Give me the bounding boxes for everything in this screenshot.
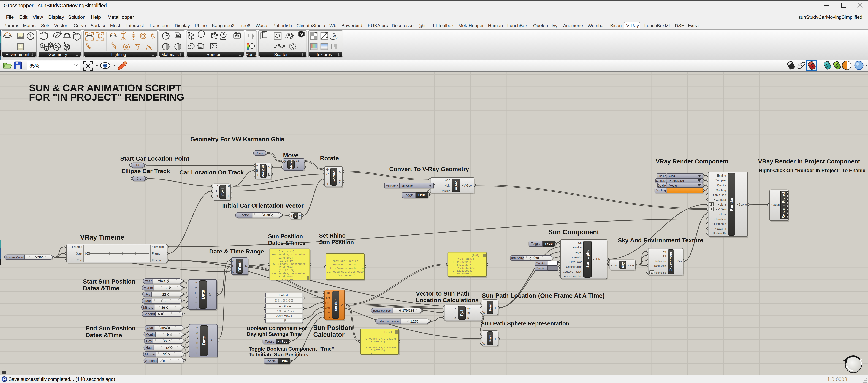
svg-text:Minute: Minute bbox=[143, 305, 153, 309]
svg-text:0: 0 bbox=[453, 261, 455, 264]
svg-text:≻: ≻ bbox=[294, 214, 297, 218]
svg-text:To Initiate Sun Positions: To Initiate Sun Positions bbox=[249, 352, 308, 357]
svg-text:Right-Click On "Render In Proj: Right-Click On "Render In Project" To En… bbox=[759, 168, 865, 173]
svg-text:radius sun path: radius sun path bbox=[373, 309, 392, 312]
svg-text:6: 6 bbox=[163, 299, 165, 303]
svg-text:Y: Y bbox=[195, 281, 197, 285]
svg-text:G: G bbox=[283, 159, 286, 163]
svg-text:Ground Color: Ground Color bbox=[566, 265, 582, 268]
svg-text:N: N bbox=[216, 195, 218, 198]
svg-text:Solution: Solution bbox=[68, 14, 86, 20]
svg-text:http://www.neoarchaic.n: http://www.neoarchaic.n bbox=[327, 267, 364, 270]
svg-text:Output Res: Output Res bbox=[712, 194, 726, 197]
svg-text:Wombat: Wombat bbox=[588, 23, 605, 28]
svg-text:Display: Display bbox=[48, 14, 64, 20]
svg-text:Environment: Environment bbox=[669, 252, 673, 271]
svg-text:2024: 2024 bbox=[160, 326, 167, 330]
svg-text:Filter Color: Filter Color bbox=[569, 261, 582, 263]
svg-text:Environment: Environment bbox=[5, 52, 29, 57]
svg-text:(0;0): (0;0) bbox=[471, 254, 479, 257]
svg-text:Toggle: Toggle bbox=[404, 193, 413, 197]
svg-text:• Light: • Light bbox=[593, 258, 600, 261]
svg-text:85%: 85% bbox=[29, 63, 39, 68]
svg-text:G: G bbox=[296, 159, 299, 163]
svg-text:TTToolbox: TTToolbox bbox=[432, 23, 454, 28]
svg-text:Vector to Sun Path: Vector to Sun Path bbox=[416, 290, 469, 297]
svg-text:• Camera: • Camera bbox=[714, 198, 726, 201]
svg-text:Caustics Radius: Caustics Radius bbox=[563, 270, 582, 273]
svg-text:True: True bbox=[418, 193, 426, 197]
svg-text:Caustics Subdivs: Caustics Subdivs bbox=[562, 275, 582, 278]
svg-text:Crv: Crv bbox=[136, 177, 141, 180]
svg-text:Engine: Engine bbox=[717, 174, 726, 177]
svg-text:i: i bbox=[485, 337, 485, 341]
svg-text:Bg: Bg bbox=[663, 250, 666, 253]
svg-text:Vector: Vector bbox=[54, 23, 67, 28]
svg-text:18: 18 bbox=[166, 346, 169, 350]
svg-text:T: T bbox=[284, 166, 286, 169]
svg-text:/offWhite: /offWhite bbox=[402, 184, 413, 187]
svg-text:A: A bbox=[329, 316, 330, 319]
svg-text:V-Ray: V-Ray bbox=[626, 23, 639, 28]
svg-text:Transform: Transform bbox=[149, 23, 170, 28]
svg-text:Set Sun: Set Sun bbox=[334, 299, 338, 311]
svg-text:Eval: Eval bbox=[221, 188, 225, 196]
svg-text:179.984: 179.984 bbox=[402, 309, 414, 313]
svg-text:r1: r1 bbox=[454, 312, 456, 315]
svg-text:Move: Move bbox=[283, 152, 299, 159]
svg-text:Intersect: Intersect bbox=[126, 23, 144, 28]
svg-text:360: 360 bbox=[38, 256, 43, 259]
svg-text:Scatter: Scatter bbox=[274, 52, 288, 57]
svg-text:Start Sun Position: Start Sun Position bbox=[83, 278, 135, 285]
svg-text:0: 0 bbox=[163, 359, 165, 363]
svg-text:(-: (- bbox=[369, 352, 372, 355]
svg-text:G: G bbox=[326, 168, 329, 171]
svg-text:End Sun Position: End Sun Position bbox=[86, 325, 135, 332]
svg-text:Day: Day bbox=[144, 292, 150, 296]
svg-text:i: i bbox=[495, 337, 496, 341]
svg-text:-5: -5 bbox=[281, 319, 287, 323]
svg-text:End: End bbox=[77, 259, 82, 262]
svg-text:(178.68535...: (178.68535... bbox=[457, 275, 477, 278]
svg-text:0: 0 bbox=[161, 313, 163, 316]
svg-text:1: 1 bbox=[366, 346, 367, 349]
svg-text:22nd 2024: 22nd 2024 bbox=[278, 257, 293, 260]
svg-text:• V Geo: • V Geo bbox=[462, 184, 472, 187]
svg-text:v: v bbox=[455, 306, 456, 310]
svg-text:Date & Time Range: Date & Time Range bbox=[209, 248, 264, 255]
svg-text:Docofossor: Docofossor bbox=[392, 23, 415, 28]
svg-text:"Set Sun" script: "Set Sun" script bbox=[333, 260, 358, 263]
svg-text:358: 358 bbox=[272, 263, 276, 266]
svg-text:m: m bbox=[195, 346, 198, 350]
svg-text:30: 30 bbox=[161, 306, 165, 310]
svg-text:Medium: Medium bbox=[669, 184, 679, 187]
svg-text:r2: r2 bbox=[454, 316, 456, 319]
svg-text:Intensity: Intensity bbox=[572, 256, 582, 259]
svg-text:Calculator: Calculator bbox=[313, 331, 344, 338]
svg-text:L: L bbox=[484, 333, 485, 336]
svg-text:Dates &Times: Dates &Times bbox=[268, 240, 306, 246]
svg-text:22: 22 bbox=[162, 293, 166, 296]
svg-text:True: True bbox=[545, 242, 553, 246]
svg-text:X: X bbox=[339, 180, 341, 183]
svg-text:Month: Month bbox=[146, 332, 155, 336]
svg-text:• Swarm: • Swarm bbox=[715, 227, 726, 230]
svg-text:Fraction: Fraction bbox=[152, 259, 162, 262]
svg-text:Geo: Geo bbox=[257, 151, 262, 155]
svg-text:Location Calculations: Location Calculations bbox=[416, 297, 478, 303]
svg-text:V: V bbox=[299, 214, 301, 217]
svg-text:Sky: Sky bbox=[621, 262, 624, 268]
svg-text:W: W bbox=[483, 342, 485, 345]
svg-text:Quality: Quality bbox=[658, 184, 666, 187]
svg-text:VRay Render In Project Compone: VRay Render In Project Component bbox=[758, 158, 860, 165]
svg-text:22nd 2024: 22nd 2024 bbox=[278, 275, 293, 278]
svg-text:Render in Project: Render in Project bbox=[782, 192, 785, 218]
svg-text:L: L bbox=[484, 302, 485, 305]
svg-text:C: C bbox=[326, 172, 329, 176]
svg-text:Bison: Bison bbox=[610, 23, 622, 28]
svg-text:Pt: Pt bbox=[136, 164, 139, 167]
svg-text:A: A bbox=[256, 164, 258, 168]
svg-text:(0;0): (0;0) bbox=[384, 331, 392, 334]
svg-text:Ren...: Ren... bbox=[246, 52, 257, 57]
svg-text:Set Rhino: Set Rhino bbox=[319, 232, 346, 239]
